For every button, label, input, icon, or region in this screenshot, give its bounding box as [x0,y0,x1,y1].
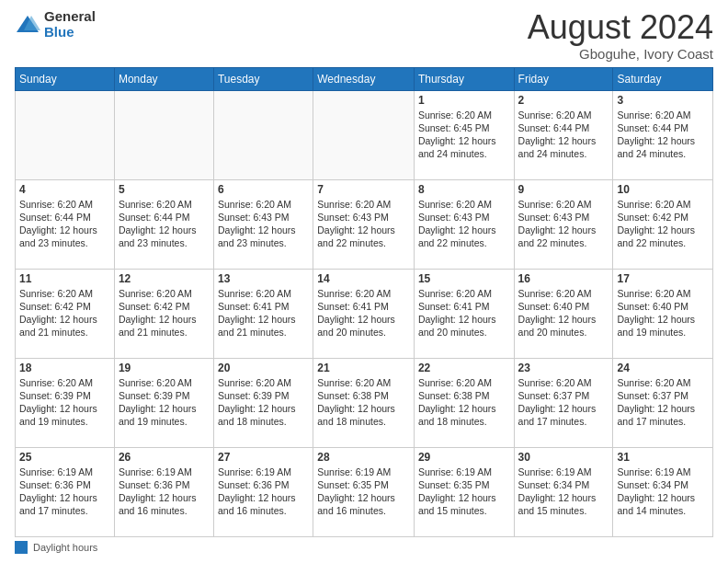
day-info: Sunrise: 6:20 AM Sunset: 6:42 PM Dayligh… [119,287,210,339]
day-info: Sunrise: 6:20 AM Sunset: 6:41 PM Dayligh… [418,287,510,339]
table-row: 22Sunrise: 6:20 AM Sunset: 6:38 PM Dayli… [414,358,514,447]
day-number: 6 [218,183,309,196]
table-row: 28Sunrise: 6:19 AM Sunset: 6:35 PM Dayli… [313,447,415,536]
logo-text: General Blue [44,9,96,40]
table-row: 24Sunrise: 6:20 AM Sunset: 6:37 PM Dayli… [613,358,713,447]
col-wednesday: Wednesday [313,67,415,90]
day-info: Sunrise: 6:19 AM Sunset: 6:34 PM Dayligh… [518,465,609,518]
calendar-week-row: 4Sunrise: 6:20 AM Sunset: 6:44 PM Daylig… [16,179,713,269]
day-info: Sunrise: 6:19 AM Sunset: 6:36 PM Dayligh… [119,465,210,518]
day-number: 23 [518,362,609,374]
day-info: Sunrise: 6:20 AM Sunset: 6:41 PM Dayligh… [218,287,309,339]
legend-label: Daylight hours [33,542,97,553]
day-number: 21 [317,362,410,374]
table-row: 3Sunrise: 6:20 AM Sunset: 6:44 PM Daylig… [613,90,713,179]
day-info: Sunrise: 6:20 AM Sunset: 6:39 PM Dayligh… [19,376,110,429]
day-info: Sunrise: 6:19 AM Sunset: 6:34 PM Dayligh… [617,465,709,518]
table-row: 20Sunrise: 6:20 AM Sunset: 6:39 PM Dayli… [213,358,313,447]
day-number: 7 [317,183,410,196]
day-info: Sunrise: 6:20 AM Sunset: 6:44 PM Dayligh… [119,198,210,250]
table-row: 8Sunrise: 6:20 AM Sunset: 6:43 PM Daylig… [414,179,514,269]
day-info: Sunrise: 6:20 AM Sunset: 6:43 PM Dayligh… [218,198,309,250]
table-row [213,90,313,179]
table-row: 10Sunrise: 6:20 AM Sunset: 6:42 PM Dayli… [613,179,713,269]
title-location: Gboguhe, Ivory Coast [528,46,713,62]
legend-color-box [15,541,28,554]
col-sunday: Sunday [16,67,115,90]
day-number: 18 [19,362,110,374]
day-info: Sunrise: 6:20 AM Sunset: 6:40 PM Dayligh… [518,287,609,339]
day-number: 15 [418,272,510,285]
day-info: Sunrise: 6:20 AM Sunset: 6:40 PM Dayligh… [617,287,709,339]
logo: General Blue [15,9,96,40]
day-number: 2 [518,94,609,107]
day-info: Sunrise: 6:20 AM Sunset: 6:44 PM Dayligh… [19,198,110,250]
logo-general: General [44,9,96,25]
table-row: 7Sunrise: 6:20 AM Sunset: 6:43 PM Daylig… [313,179,415,269]
day-number: 3 [617,94,709,107]
calendar-header-row: Sunday Monday Tuesday Wednesday Thursday… [16,67,713,90]
table-row: 16Sunrise: 6:20 AM Sunset: 6:40 PM Dayli… [514,269,613,358]
table-row: 18Sunrise: 6:20 AM Sunset: 6:39 PM Dayli… [16,358,115,447]
table-row: 27Sunrise: 6:19 AM Sunset: 6:36 PM Dayli… [213,447,313,536]
day-number: 22 [418,362,510,374]
day-number: 25 [19,451,110,464]
day-info: Sunrise: 6:20 AM Sunset: 6:43 PM Dayligh… [518,198,609,250]
day-number: 4 [19,183,110,196]
day-number: 8 [418,183,510,196]
day-info: Sunrise: 6:20 AM Sunset: 6:42 PM Dayligh… [617,198,709,250]
table-row: 26Sunrise: 6:19 AM Sunset: 6:36 PM Dayli… [114,447,213,536]
col-friday: Friday [514,67,613,90]
table-row: 17Sunrise: 6:20 AM Sunset: 6:40 PM Dayli… [613,269,713,358]
legend: Daylight hours [15,541,713,554]
day-info: Sunrise: 6:20 AM Sunset: 6:44 PM Dayligh… [617,109,709,161]
table-row: 13Sunrise: 6:20 AM Sunset: 6:41 PM Dayli… [213,269,313,358]
table-row: 30Sunrise: 6:19 AM Sunset: 6:34 PM Dayli… [514,447,613,536]
day-number: 26 [119,451,210,464]
day-info: Sunrise: 6:20 AM Sunset: 6:37 PM Dayligh… [617,376,709,429]
day-info: Sunrise: 6:19 AM Sunset: 6:36 PM Dayligh… [218,465,309,518]
day-number: 14 [317,272,410,285]
header: General Blue August 2024 Gboguhe, Ivory … [15,9,713,62]
day-number: 20 [218,362,309,374]
calendar-table: Sunday Monday Tuesday Wednesday Thursday… [15,67,713,537]
col-thursday: Thursday [414,67,514,90]
day-number: 12 [119,272,210,285]
day-info: Sunrise: 6:20 AM Sunset: 6:38 PM Dayligh… [317,376,410,429]
logo-icon [15,12,40,38]
logo-blue: Blue [44,25,96,40]
day-number: 9 [518,183,609,196]
day-info: Sunrise: 6:19 AM Sunset: 6:35 PM Dayligh… [317,465,410,518]
day-number: 27 [218,451,309,464]
day-number: 16 [518,272,609,285]
calendar-week-row: 18Sunrise: 6:20 AM Sunset: 6:39 PM Dayli… [16,358,713,447]
calendar-week-row: 1Sunrise: 6:20 AM Sunset: 6:45 PM Daylig… [16,90,713,179]
day-info: Sunrise: 6:19 AM Sunset: 6:35 PM Dayligh… [418,465,510,518]
col-saturday: Saturday [613,67,713,90]
table-row: 25Sunrise: 6:19 AM Sunset: 6:36 PM Dayli… [16,447,115,536]
table-row [16,90,115,179]
day-number: 31 [617,451,709,464]
day-info: Sunrise: 6:20 AM Sunset: 6:39 PM Dayligh… [218,376,309,429]
day-number: 30 [518,451,609,464]
title-month: August 2024 [528,9,713,46]
table-row: 31Sunrise: 6:19 AM Sunset: 6:34 PM Dayli… [613,447,713,536]
title-block: August 2024 Gboguhe, Ivory Coast [528,9,713,62]
day-number: 11 [19,272,110,285]
day-info: Sunrise: 6:20 AM Sunset: 6:38 PM Dayligh… [418,376,510,429]
calendar-week-row: 11Sunrise: 6:20 AM Sunset: 6:42 PM Dayli… [16,269,713,358]
calendar-week-row: 25Sunrise: 6:19 AM Sunset: 6:36 PM Dayli… [16,447,713,536]
day-number: 19 [119,362,210,374]
day-info: Sunrise: 6:19 AM Sunset: 6:36 PM Dayligh… [19,465,110,518]
day-number: 28 [317,451,410,464]
day-number: 17 [617,272,709,285]
day-number: 5 [119,183,210,196]
day-number: 1 [418,94,510,107]
table-row [313,90,415,179]
day-info: Sunrise: 6:20 AM Sunset: 6:39 PM Dayligh… [119,376,210,429]
day-info: Sunrise: 6:20 AM Sunset: 6:41 PM Dayligh… [317,287,410,339]
day-info: Sunrise: 6:20 AM Sunset: 6:44 PM Dayligh… [518,109,609,161]
table-row: 5Sunrise: 6:20 AM Sunset: 6:44 PM Daylig… [114,179,213,269]
table-row: 6Sunrise: 6:20 AM Sunset: 6:43 PM Daylig… [213,179,313,269]
page: General Blue August 2024 Gboguhe, Ivory … [0,0,728,563]
